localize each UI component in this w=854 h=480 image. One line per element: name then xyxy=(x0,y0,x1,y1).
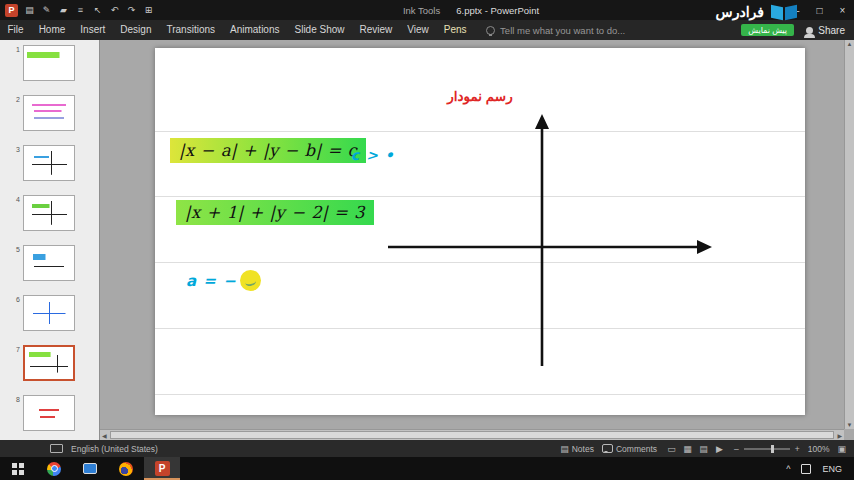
title-group: Ink Tools 6.pptx - PowerPoint xyxy=(157,5,785,16)
input-language-indicator[interactable]: ENG xyxy=(822,464,842,474)
slide-thumbnail-1[interactable]: 1 xyxy=(12,45,99,81)
fit-slide-to-window-icon[interactable]: ▣ xyxy=(837,444,846,454)
tray-caret-icon[interactable]: ^ xyxy=(786,464,790,474)
slide-thumbnail-5[interactable]: 5 xyxy=(12,245,99,281)
coordinate-axes[interactable] xyxy=(155,48,805,415)
ink-pen-icon[interactable]: ✎ xyxy=(38,0,55,20)
tab-slide-show[interactable]: Slide Show xyxy=(287,20,352,40)
thumbnail-number: 6 xyxy=(12,295,20,303)
window-title: 6.pptx - PowerPoint xyxy=(456,5,539,16)
thumbnail-preview xyxy=(23,195,75,231)
quick-access-toolbar: ▤✎▰≡↖↶↷⊞ xyxy=(21,0,157,20)
windows-start-taskbar-button[interactable] xyxy=(0,457,36,480)
monitor-taskbar-button[interactable] xyxy=(72,457,108,480)
system-tray: ^ ENG xyxy=(786,464,854,474)
tab-home[interactable]: Home xyxy=(31,20,73,40)
tab-design[interactable]: Design xyxy=(113,20,159,40)
thumbnail-number: 2 xyxy=(12,95,20,103)
notes-label: Notes xyxy=(572,444,594,454)
editing-canvas: رسم نمودار |x − a| + |y − b| = c c > • |… xyxy=(100,40,854,440)
thumbnail-preview xyxy=(23,145,75,181)
tab-review[interactable]: Review xyxy=(352,20,400,40)
slide-canvas[interactable]: رسم نمودار |x − a| + |y − b| = c c > • |… xyxy=(155,48,805,415)
thumbnail-preview xyxy=(23,95,75,131)
redo-icon[interactable]: ↷ xyxy=(123,0,140,20)
ink-tools-context-label: Ink Tools xyxy=(403,5,440,16)
preview-badge: پیش نمایش xyxy=(741,24,794,36)
faradars-logo-text: فرادرس xyxy=(716,4,764,20)
maximize-icon[interactable]: □ xyxy=(808,0,831,20)
firefox-taskbar-button[interactable] xyxy=(108,457,144,480)
save-icon[interactable]: ▤ xyxy=(21,0,38,20)
comments-label: Comments xyxy=(616,444,657,454)
chrome-icon xyxy=(47,462,61,476)
thumbnail-preview xyxy=(23,295,75,331)
windows-start-icon xyxy=(12,463,24,475)
thumbnail-number: 1 xyxy=(12,45,20,53)
tab-file[interactable]: File xyxy=(0,20,31,40)
zoom-out-button[interactable]: – xyxy=(734,444,739,454)
slide-thumbnail-8[interactable]: 8 xyxy=(12,395,99,431)
ribbon-tab-strip: FileHomeInsertDesignTransitionsAnimation… xyxy=(0,20,474,40)
share-person-icon xyxy=(806,27,813,34)
slide-thumbnail-6[interactable]: 6 xyxy=(12,295,99,331)
powerpoint-window: P ▤✎▰≡↖↶↷⊞ Ink Tools 6.pptx - PowerPoint… xyxy=(0,0,854,480)
zoom-controls: – + xyxy=(734,444,800,454)
zoom-slider-thumb[interactable] xyxy=(771,445,774,453)
powerpoint-taskbar-button[interactable]: P xyxy=(144,457,180,480)
tab-pens[interactable]: Pens xyxy=(436,20,474,40)
thumbnail-number: 5 xyxy=(12,245,20,253)
slide-thumbnail-2[interactable]: 2 xyxy=(12,95,99,131)
taskbar-apps: P xyxy=(0,457,180,480)
comments-button[interactable]: Comments xyxy=(602,444,657,454)
close-icon[interactable]: × xyxy=(831,0,854,20)
reading-view-icon[interactable]: ▤ xyxy=(697,444,710,454)
undo-icon[interactable]: ↶ xyxy=(106,0,123,20)
faradars-book-icon xyxy=(770,3,798,21)
view-buttons: ▭▦▤▶ xyxy=(665,444,726,454)
monitor-icon xyxy=(83,463,97,474)
notes-button[interactable]: ▤ Notes xyxy=(560,444,594,454)
scroll-left-icon: ◀ xyxy=(102,432,107,439)
firefox-icon xyxy=(119,462,133,476)
status-bar: English (United States) ▤ Notes Comments… xyxy=(0,440,854,457)
thumbnail-preview xyxy=(23,45,75,81)
thumbnail-number: 4 xyxy=(12,195,20,203)
tab-insert[interactable]: Insert xyxy=(73,20,113,40)
language-status[interactable]: English (United States) xyxy=(71,444,158,454)
tab-transitions[interactable]: Transitions xyxy=(159,20,223,40)
lasso-select-icon[interactable]: ↖ xyxy=(89,0,106,20)
powerpoint-icon: P xyxy=(155,461,170,476)
slide-sorter-icon[interactable]: ▦ xyxy=(681,444,694,454)
faradars-watermark: فرادرس پیش نمایش xyxy=(716,3,798,36)
grid-icon[interactable]: ⊞ xyxy=(140,0,157,20)
vertical-scrollbar[interactable]: ▲ ▼ xyxy=(844,40,854,429)
slide-thumbnail-7[interactable]: 7 xyxy=(12,345,99,381)
comments-icon xyxy=(602,444,613,453)
scroll-down-icon: ▼ xyxy=(847,422,853,428)
scroll-up-icon: ▲ xyxy=(847,41,853,47)
tab-view[interactable]: View xyxy=(400,20,437,40)
zoom-level[interactable]: 100% xyxy=(808,444,830,454)
tab-animations[interactable]: Animations xyxy=(223,20,287,40)
tell-me-box[interactable]: Tell me what you want to do... xyxy=(486,25,625,36)
thumbnail-list: 12345678 xyxy=(0,45,99,431)
action-center-icon[interactable] xyxy=(801,464,811,474)
slide-thumbnail-3[interactable]: 3 xyxy=(12,145,99,181)
normal-view-icon[interactable]: ▭ xyxy=(665,444,678,454)
zoom-slider[interactable] xyxy=(744,448,790,450)
slide-thumbnail-4[interactable]: 4 xyxy=(12,195,99,231)
slideshow-icon[interactable]: ▶ xyxy=(713,444,726,454)
horizontal-scrollbar[interactable]: ◀ ▶ xyxy=(100,429,844,440)
chrome-taskbar-button[interactable] xyxy=(36,457,72,480)
highlighter-icon[interactable]: ▰ xyxy=(55,0,72,20)
powerpoint-app-icon: P xyxy=(5,4,18,17)
share-button[interactable]: Share xyxy=(806,20,845,40)
bullet-list-icon[interactable]: ≡ xyxy=(72,0,89,20)
thumbnail-number: 3 xyxy=(12,145,20,153)
keyboard-icon xyxy=(50,444,63,453)
scrollbar-thumb[interactable] xyxy=(110,431,835,439)
thumbnail-number: 8 xyxy=(12,395,20,403)
tell-me-placeholder: Tell me what you want to do... xyxy=(500,25,625,36)
zoom-in-button[interactable]: + xyxy=(795,444,800,454)
